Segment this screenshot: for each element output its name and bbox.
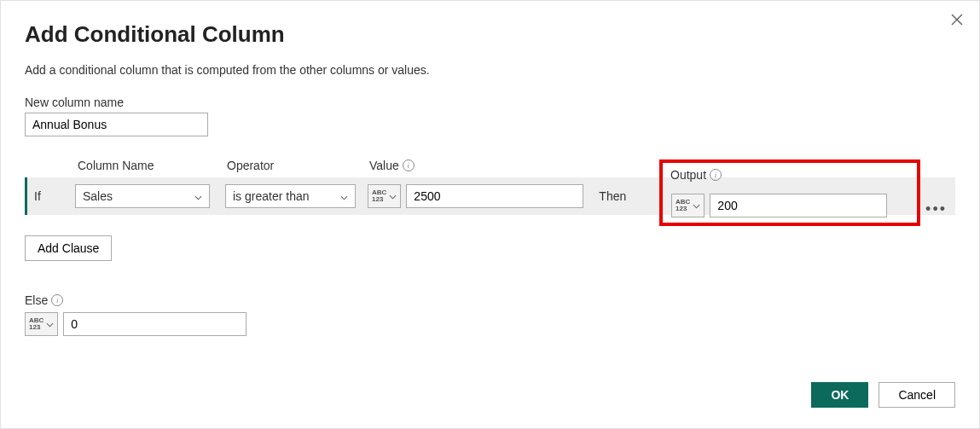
ok-button[interactable]: OK	[811, 382, 868, 408]
else-section: Else i ABC 123	[25, 293, 955, 336]
output-highlight-box: Output i ABC 123	[659, 159, 920, 226]
then-label: Then	[599, 189, 626, 203]
close-icon	[951, 14, 963, 26]
new-column-name-input[interactable]	[25, 113, 208, 136]
value-type-selector[interactable]: ABC 123	[368, 184, 401, 208]
dialog-subtitle: Add a conditional column that is compute…	[25, 63, 955, 77]
column-name-dropdown[interactable]: Sales	[75, 184, 210, 208]
else-type-selector[interactable]: ABC 123	[25, 312, 58, 336]
else-label: Else i	[25, 293, 955, 307]
header-column-name: Column Name	[78, 159, 227, 172]
output-input[interactable]	[710, 194, 887, 217]
info-icon[interactable]: i	[51, 294, 63, 306]
more-options-button[interactable]: •••	[925, 200, 947, 218]
header-value: Value i	[369, 159, 642, 172]
header-output: Output i	[670, 168, 722, 182]
if-label: If	[27, 189, 75, 203]
output-type-selector[interactable]: ABC 123	[671, 194, 705, 217]
new-column-name-label: New column name	[25, 96, 955, 109]
info-icon[interactable]: i	[710, 169, 722, 181]
value-input[interactable]	[406, 184, 583, 208]
cancel-button[interactable]: Cancel	[879, 382, 955, 408]
chevron-down-icon	[693, 201, 700, 211]
info-icon[interactable]: i	[403, 159, 415, 171]
chevron-down-icon	[46, 320, 54, 329]
header-operator: Operator	[227, 159, 369, 172]
add-clause-button[interactable]: Add Clause	[25, 235, 112, 261]
dialog-title: Add Conditional Column	[25, 21, 955, 48]
operator-dropdown[interactable]: is greater than	[225, 184, 356, 208]
close-button[interactable]	[948, 11, 966, 28]
dialog-footer: OK Cancel	[811, 382, 955, 408]
chevron-down-icon	[389, 192, 397, 201]
chevron-down-icon	[194, 189, 202, 203]
chevron-down-icon	[340, 189, 348, 203]
add-conditional-column-dialog: Add Conditional Column Add a conditional…	[1, 1, 979, 428]
else-input[interactable]	[63, 312, 246, 336]
